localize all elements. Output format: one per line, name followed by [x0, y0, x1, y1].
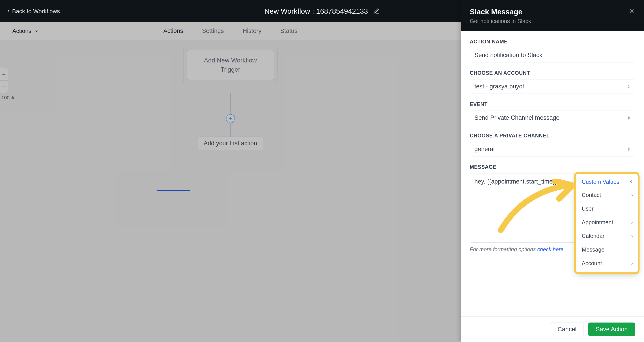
helper-prefix: For more formatting options	[470, 246, 537, 252]
back-to-workflows-link[interactable]: Back to Workflows	[6, 0, 60, 22]
popover-item-label: Message	[582, 246, 604, 253]
chevron-right-icon: ›	[631, 233, 633, 239]
popover-item-calendar[interactable]: Calendar ›	[576, 229, 638, 243]
message-label: MESSAGE	[470, 164, 496, 170]
first-action-hint[interactable]: Add your first action	[198, 137, 263, 150]
channel-value: general	[474, 146, 494, 153]
chevron-right-icon: ›	[631, 193, 633, 198]
panel-header: Slack Message Get notifications in Slack	[461, 0, 644, 31]
actions-dropdown-label: Actions	[12, 27, 31, 34]
chevron-down-icon	[34, 29, 38, 33]
field-account: CHOOSE AN ACCOUNT test - grasya.puyot ▲▼	[470, 70, 635, 94]
action-name-input[interactable]	[470, 48, 635, 62]
action-config-panel: Slack Message Get notifications in Slack…	[461, 0, 644, 342]
connector-line	[230, 93, 231, 115]
chevron-left-icon	[6, 9, 10, 13]
popover-close-button[interactable]	[629, 179, 633, 185]
close-icon	[629, 180, 633, 184]
cancel-button[interactable]: Cancel	[550, 323, 584, 336]
actions-dropdown[interactable]: Actions	[8, 25, 43, 37]
channel-select[interactable]: general ▲▼	[470, 142, 635, 156]
select-chevrons-icon: ▲▼	[627, 84, 630, 89]
add-trigger-box[interactable]: Add New Workflow Trigger	[187, 50, 274, 80]
popover-item-label: User	[582, 205, 594, 212]
chevron-right-icon: ›	[631, 220, 633, 225]
chevron-right-icon: ›	[631, 247, 633, 252]
pencil-icon[interactable]	[373, 8, 380, 14]
popover-item-label: Account	[582, 260, 602, 267]
close-icon	[628, 7, 635, 14]
field-action-name: ACTION NAME	[470, 39, 635, 62]
popover-item-label: Appointment	[582, 219, 613, 226]
event-label: EVENT	[470, 101, 635, 107]
account-label: CHOOSE AN ACCOUNT	[470, 70, 635, 76]
popover-header: Custom Values	[576, 175, 638, 188]
field-channel: CHOOSE A PRIVATE CHANNEL general ▲▼	[470, 133, 635, 156]
back-label: Back to Workflows	[12, 8, 60, 15]
popover-title: Custom Values	[582, 179, 619, 185]
helper-link[interactable]: check here	[537, 246, 563, 252]
flow-area: Add New Workflow Trigger + Add your firs…	[0, 40, 461, 342]
chevron-right-icon: ›	[631, 206, 633, 211]
event-value: Send Private Channel message	[474, 114, 560, 121]
popover-item-message[interactable]: Message ›	[576, 243, 638, 257]
popover-item-contact[interactable]: Contact ›	[576, 188, 638, 202]
panel-subtitle: Get notifications in Slack	[470, 18, 531, 24]
add-node-button[interactable]: +	[226, 114, 235, 123]
connector-line	[230, 123, 231, 137]
canvas-toolbar: Actions Actions Settings History Status	[0, 22, 461, 40]
popover-item-appointment[interactable]: Appointment ›	[576, 216, 638, 229]
action-name-label: ACTION NAME	[470, 39, 635, 45]
event-select[interactable]: Send Private Channel message ▲▼	[470, 111, 635, 125]
popover-item-user[interactable]: User ›	[576, 202, 638, 216]
select-chevrons-icon: ▲▼	[627, 147, 630, 152]
close-panel-button[interactable]	[628, 7, 635, 16]
popover-item-label: Calendar	[582, 233, 604, 239]
select-chevrons-icon: ▲▼	[627, 116, 630, 120]
panel-footer: Cancel Save Action	[461, 317, 644, 342]
workflow-canvas: Actions Actions Settings History Status …	[0, 22, 461, 342]
field-event: EVENT Send Private Channel message ▲▼	[470, 101, 635, 125]
save-action-button[interactable]: Save Action	[588, 323, 635, 336]
account-value: test - grasya.puyot	[474, 83, 524, 90]
popover-item-account[interactable]: Account ›	[576, 257, 638, 270]
popover-item-label: Contact	[582, 192, 601, 198]
account-select[interactable]: test - grasya.puyot ▲▼	[470, 79, 635, 94]
chevron-right-icon: ›	[631, 261, 633, 266]
channel-label: CHOOSE A PRIVATE CHANNEL	[470, 133, 635, 139]
custom-values-popover: Custom Values Contact › User › Appointme…	[576, 174, 638, 272]
panel-title: Slack Message	[470, 7, 531, 16]
